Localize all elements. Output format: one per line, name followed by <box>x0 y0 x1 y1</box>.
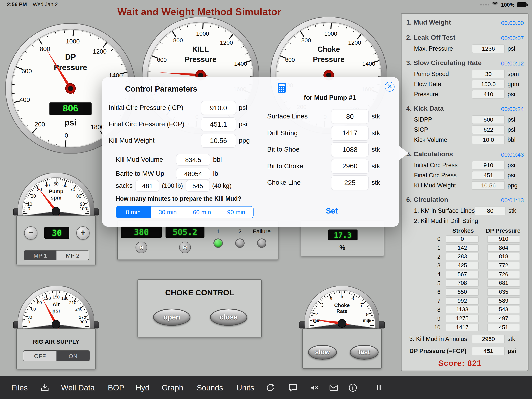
mp2-button[interactable]: MP 2 <box>57 251 89 260</box>
strokes-value: 567 <box>446 270 479 278</box>
toolbar-item-graph[interactable]: Graph <box>162 376 183 399</box>
reset-button-1[interactable]: R <box>136 242 147 253</box>
clock-date: Wed Jan 2 <box>33 1 58 7</box>
kill-mud-volume-field[interactable]: 834.5 <box>177 154 210 165</box>
sync-icon[interactable] <box>265 376 275 399</box>
rig-air-supply-label: RIG AIR SUPPLY <box>17 338 95 345</box>
svg-text:1000: 1000 <box>324 30 337 37</box>
air-on-button[interactable]: ON <box>57 351 89 361</box>
score-display: Score: 821 <box>406 359 524 368</box>
sidebar-row: 2. Kill Mud in Drill String <box>406 216 524 226</box>
sacks-100lb-field[interactable]: 481 <box>136 180 159 191</box>
bit-to-choke-field[interactable]: 2960 <box>331 159 368 174</box>
row-label: DP Pressure (=FCP) <box>409 347 472 354</box>
row-label: Flow Rate <box>414 81 472 88</box>
fcp-field[interactable]: 451.1 <box>201 118 236 131</box>
field-label: Kill Mud Volume <box>116 156 177 164</box>
air-psi-gauge: 0306090120150180210240270300Airpsi <box>18 286 94 332</box>
set-button[interactable]: Set <box>314 206 349 215</box>
modal-row: Kill Mud Volume834.5bbl <box>116 153 222 167</box>
circulation-table-row: 4567726 <box>406 270 524 279</box>
toolbar-item-bop[interactable]: BOP <box>108 376 124 399</box>
section-title: 2. Leak-Off Test <box>406 34 456 42</box>
row-unit: psi <box>507 116 524 123</box>
section-timestamp: 00:01:13 <box>501 197 524 203</box>
strokes-value: 708 <box>446 280 479 287</box>
value-box: 622 <box>472 125 505 134</box>
indicator-light-2 <box>235 238 245 248</box>
value-box: 500 <box>472 115 505 124</box>
dp-pressure-value: 497 <box>487 315 520 322</box>
modal-row: Kill Mud Weight10.56ppg <box>109 133 250 149</box>
sidebar-section-header: 1. Mud Weight00:00:00 <box>406 17 524 28</box>
drill-string-field[interactable]: 1417 <box>331 126 368 140</box>
pump-increase-button[interactable]: + <box>76 226 89 240</box>
svg-text:600: 600 <box>21 68 32 75</box>
circulation-table-row: 7992589 <box>406 296 524 305</box>
choke-slow-button[interactable]: slow <box>308 345 337 360</box>
svg-text:max: max <box>363 318 372 323</box>
minutes-option-30-min[interactable]: 30 min <box>150 206 185 218</box>
section-title: 5. Calculations <box>406 150 453 158</box>
row-label: Pump Speed <box>414 71 472 77</box>
toolbar-item-well-data[interactable]: Well Data <box>61 376 95 399</box>
svg-text:90: 90 <box>37 300 42 305</box>
svg-text:270: 270 <box>79 315 86 320</box>
field-unit: lb <box>213 170 218 178</box>
row-index: 5 <box>431 280 442 286</box>
choke-fast-button[interactable]: fast <box>350 345 379 360</box>
tray-download-icon[interactable] <box>40 376 50 399</box>
row-label: Kick Volume <box>414 136 472 143</box>
svg-text:40: 40 <box>45 183 50 188</box>
air-off-button[interactable]: OFF <box>23 351 57 361</box>
mp1-button[interactable]: MP 1 <box>24 251 57 260</box>
info-icon[interactable] <box>348 376 358 399</box>
sidebar-section-header: 3. Slow Circulating Rate00:00:12 <box>406 57 524 69</box>
section-timestamp: 00:00:43 <box>501 151 524 158</box>
indicator-label: 1 <box>216 228 220 235</box>
choke-open-button[interactable]: open <box>153 309 190 326</box>
row-label: SIDPP <box>414 116 472 123</box>
choke-close-button[interactable]: close <box>210 309 247 326</box>
choke-line-field[interactable]: 225 <box>331 176 368 190</box>
surface-lines-field[interactable]: 80 <box>331 110 368 124</box>
modal-title: Control Parameters <box>125 84 197 94</box>
dp-pressure-value: 864 <box>487 244 520 251</box>
sacks-40kg-field[interactable]: 545 <box>186 180 209 191</box>
pause-icon[interactable] <box>374 376 384 399</box>
bit-to-shoe-field[interactable]: 1088 <box>331 143 368 157</box>
row-index: 7 <box>431 298 442 304</box>
svg-text:50: 50 <box>54 181 59 187</box>
icp-field[interactable]: 910.0 <box>201 101 236 115</box>
mail-icon[interactable] <box>329 376 339 399</box>
kill-mud-weight-field[interactable]: 10.56 <box>201 134 236 147</box>
svg-text:psi: psi <box>52 308 60 314</box>
minutes-option-90-min[interactable]: 90 min <box>219 206 253 218</box>
close-icon[interactable]: ✕ <box>385 82 394 91</box>
minutes-option-0-min[interactable]: 0 min <box>116 206 150 218</box>
sidebar-row: Pump Speed30spm <box>406 69 524 79</box>
pump-decrease-button[interactable]: − <box>24 226 37 240</box>
stroke-display-1: 380 <box>121 226 162 238</box>
field-label: Final Circ Pressure (FCP) <box>109 120 201 128</box>
reset-button-2[interactable]: R <box>179 242 191 253</box>
circulation-table-row: 3425772 <box>406 261 524 270</box>
sidebar-section-header: 4. Kick Data00:00:24 <box>406 103 524 115</box>
chat-icon[interactable] <box>288 376 298 399</box>
speaker-mute-icon[interactable] <box>309 376 319 399</box>
indicator-label: Failure <box>253 228 271 235</box>
row-unit: ppg <box>507 182 524 189</box>
toolbar-item-hyd[interactable]: Hyd <box>136 376 149 399</box>
svg-text:600: 600 <box>157 57 167 63</box>
value-box: 80 <box>475 206 506 215</box>
barite-field[interactable]: 48054 <box>177 168 210 179</box>
minutes-option-60-min[interactable]: 60 min <box>185 206 219 218</box>
toolbar-item-files[interactable]: Files <box>11 376 28 399</box>
toolbar-item-sounds[interactable]: Sounds <box>197 376 223 399</box>
field-label: Kill Mud Weight <box>109 137 201 145</box>
calculator-icon[interactable] <box>277 83 286 95</box>
toolbar-item-units[interactable]: Units <box>236 376 254 399</box>
kill-mud-question: How many minutes to prepare the Kill Mud… <box>116 195 241 202</box>
indicator-light-failure <box>257 238 266 248</box>
sacks-label: sacks <box>116 182 133 190</box>
